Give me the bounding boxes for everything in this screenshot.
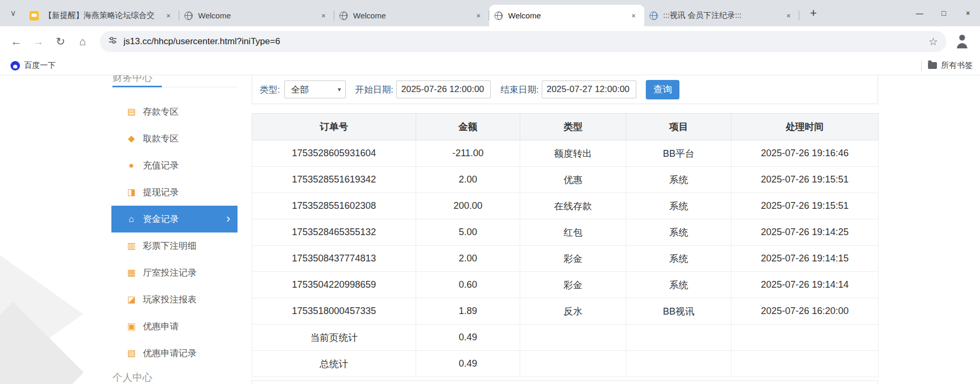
refresh-button[interactable]: ↻: [50, 32, 70, 52]
table-row: 1753528551602308 200.00 在线存款 系统 2025-07-…: [252, 193, 879, 219]
window-close-button[interactable]: ×: [956, 0, 980, 26]
main-content: 类型: 全部 ▾ 开始日期: 结束日期: 查询 订单号 金额 类型 项目 处: [252, 75, 878, 384]
new-tab-button[interactable]: +: [804, 4, 822, 22]
tab-video-records[interactable]: :::视讯 会员下注纪录::: ×: [644, 5, 799, 26]
recharge-icon: ●: [125, 160, 138, 171]
window-controls: — □ ×: [907, 0, 980, 26]
cell-order-id: 1753528465355132: [252, 219, 416, 246]
sidebar-item-label: 彩票下注明细: [143, 240, 197, 252]
tab-search-button[interactable]: ∨: [4, 4, 22, 22]
divider: [921, 60, 922, 71]
cell-order-id: 1753504220998659: [252, 272, 416, 298]
sidebar-item-label: 资金记录: [143, 213, 179, 225]
withdraw-icon: ◆: [125, 133, 138, 144]
baidu-favicon-icon: [11, 61, 20, 70]
sidebar-item-promo-apply[interactable]: ▣ 优惠申请: [111, 313, 238, 340]
chevron-right-icon: ›: [226, 211, 230, 225]
tab-close-icon[interactable]: ×: [318, 10, 329, 21]
hall-bets-icon: ▦: [125, 267, 138, 278]
sidebar-heading-personal: 个人中心: [112, 371, 152, 384]
cell-time: 2025-07-26 19:15:51: [731, 167, 879, 193]
sidebar-item-lottery-bet-details[interactable]: ▥ 彩票下注明细: [111, 233, 238, 259]
cell-type: 在线存款: [520, 193, 626, 219]
funds-table: 订单号 金额 类型 项目 处理时间 1753528605931604 -211.…: [252, 113, 879, 377]
sidebar-heading-finance: 财务中心: [112, 75, 152, 85]
tab-welcome-active[interactable]: Welcome ×: [489, 5, 644, 26]
cell-amount: 2.00: [416, 246, 520, 272]
cell-amount: 1.89: [416, 298, 520, 325]
page-content: 财务中心 ▤ 存款专区 ◆ 取款专区 ● 充值记录 ◨ 提现记录 ⌂ 资金记录: [0, 75, 980, 384]
cell-project: 系统: [626, 246, 731, 272]
cell-order-id: 1753528551602308: [252, 193, 416, 219]
sidebar-item-hall-bet-records[interactable]: ▦ 厅室投注记录: [111, 259, 238, 286]
forward-button[interactable]: →: [28, 32, 48, 52]
all-bookmarks-label: 所有书签: [941, 60, 973, 70]
all-bookmarks-button[interactable]: 所有书签: [921, 60, 973, 71]
table-row: 1753508437774813 2.00 彩金 系统 2025-07-26 1…: [252, 246, 879, 272]
folder-icon: [928, 62, 937, 69]
cell-time: [731, 325, 879, 351]
cell-project: 系统: [626, 167, 731, 193]
sidebar-item-withdraw-records[interactable]: ◨ 提现记录: [111, 179, 238, 206]
cell-project: 系统: [626, 219, 731, 246]
sidebar: 财务中心 ▤ 存款专区 ◆ 取款专区 ● 充值记录 ◨ 提现记录 ⌂ 资金记录: [111, 75, 238, 384]
report-icon: ◪: [125, 294, 138, 305]
tab-close-icon[interactable]: ×: [628, 10, 639, 21]
tab-welcome-2[interactable]: Welcome ×: [334, 5, 489, 26]
address-bar[interactable]: js13.cc/hhcp/usercenter.html?iniType=6 ☆: [100, 31, 946, 52]
start-date-input[interactable]: [396, 80, 491, 98]
type-select[interactable]: 全部 ▾: [284, 80, 346, 98]
cell-type: 彩金: [520, 272, 626, 298]
sidebar-item-recharge-records[interactable]: ● 充值记录: [111, 152, 238, 179]
tab-close-icon[interactable]: ×: [783, 10, 794, 21]
type-select-value: 全部: [291, 84, 309, 96]
tab-close-icon[interactable]: ×: [163, 10, 174, 21]
cell-amount: 2.00: [416, 167, 520, 193]
cell-order-id: 1753528551619342: [252, 167, 416, 193]
sidebar-item-deposit-zone[interactable]: ▤ 存款专区: [111, 98, 238, 125]
bookmark-label: 百度一下: [24, 60, 56, 70]
cell-amount: -211.00: [416, 140, 520, 167]
sidebar-menu: ▤ 存款专区 ◆ 取款专区 ● 充值记录 ◨ 提现记录 ⌂ 资金记录 › ▥: [111, 98, 238, 367]
sidebar-item-funds-records[interactable]: ⌂ 资金记录 ›: [111, 206, 238, 233]
sidebar-item-withdraw-zone[interactable]: ◆ 取款专区: [111, 125, 238, 152]
table-summary-row-page: 当前页统计 0.49: [252, 325, 879, 351]
cell-time: 2025-07-26 16:20:00: [731, 298, 879, 325]
minimize-button[interactable]: —: [907, 0, 932, 26]
lottery-icon: ▥: [125, 240, 138, 251]
url-text[interactable]: js13.cc/hhcp/usercenter.html?iniType=6: [123, 36, 929, 47]
table-header-row: 订单号 金额 类型 项目 处理时间: [252, 114, 879, 140]
cell-project: [626, 325, 731, 351]
sidebar-item-promo-apply-records[interactable]: ▧ 优惠申请记录: [111, 340, 238, 367]
cell-amount: 0.60: [416, 272, 520, 298]
table-row: 1753528551619342 2.00 优惠 系统 2025-07-26 1…: [252, 167, 879, 193]
cell-time: 2025-07-26 19:15:51: [731, 193, 879, 219]
col-header-order-id: 订单号: [252, 114, 416, 140]
table-row: 1753528605931604 -211.00 额度转出 BB平台 2025-…: [252, 140, 879, 167]
end-date-input[interactable]: [542, 80, 636, 98]
bookmark-baidu[interactable]: 百度一下: [7, 58, 59, 73]
profile-avatar[interactable]: [953, 32, 972, 51]
maximize-button[interactable]: □: [932, 0, 956, 26]
chevron-down-icon: ∨: [11, 8, 16, 18]
search-button[interactable]: 查询: [646, 80, 679, 99]
sidebar-item-player-bet-report[interactable]: ◪ 玩家投注报表: [111, 286, 238, 313]
cell-time: 2025-07-26 19:16:46: [731, 140, 879, 167]
chat-favicon-icon: [29, 11, 39, 21]
funds-icon: ⌂: [125, 214, 138, 225]
active-section-underline: [112, 86, 162, 87]
promo-icon: ▣: [125, 321, 138, 332]
bookmark-star-icon[interactable]: ☆: [929, 35, 938, 48]
site-info-icon[interactable]: [108, 36, 117, 47]
back-button[interactable]: ←: [6, 32, 26, 52]
home-button[interactable]: ⌂: [73, 32, 92, 52]
tab-close-icon[interactable]: ×: [473, 10, 484, 21]
cell-order-id: 1753508437774813: [252, 246, 416, 272]
cell-amount: 0.49: [416, 325, 520, 351]
filter-bar: 类型: 全部 ▾ 开始日期: 结束日期: 查询: [252, 75, 878, 104]
cell-type: [520, 325, 626, 351]
tab-welcome-1[interactable]: Welcome ×: [179, 5, 334, 26]
cell-summary-label: 当前页统计: [252, 325, 416, 351]
tab-forum[interactable]: 【新提醒】海燕策略论坛综合交 ×: [24, 5, 179, 26]
sidebar-item-label: 玩家投注报表: [143, 294, 197, 306]
